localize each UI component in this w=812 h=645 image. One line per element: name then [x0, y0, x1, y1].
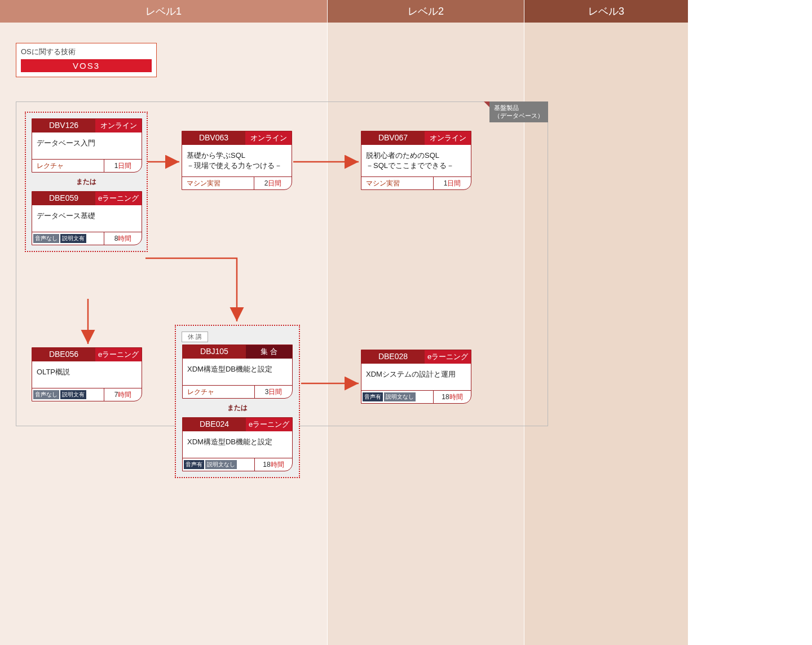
- course-title: XDM構造型DB機能と設定: [183, 431, 292, 458]
- level3-header: レベル3: [524, 0, 688, 23]
- course-title: 基礎から学ぶSQL－現場で使える力をつける－: [182, 145, 292, 177]
- desc-tag: 説明文なし: [384, 392, 416, 401]
- course-card-dbe028[interactable]: DBE028 eラーニング XDMシステムの設計と運用 音声有 説明文なし 18…: [361, 350, 471, 404]
- course-duration: 1日間: [434, 179, 471, 188]
- course-format: レクチャ: [32, 161, 64, 171]
- level1-header: レベル1: [0, 0, 327, 23]
- course-duration: 7時間: [104, 390, 142, 400]
- os-tech-box: OSに関する技術 VOS3: [16, 43, 157, 77]
- course-title: 脱初心者のためのSQL－SQLでここまでできる－: [361, 145, 471, 177]
- desc-tag: 説明文有: [60, 234, 86, 243]
- course-type: 集 合: [246, 345, 292, 359]
- course-code: DBE024: [183, 418, 246, 431]
- course-code: DBE056: [32, 348, 95, 361]
- frame-label-l1: 基盤製品: [494, 104, 519, 111]
- course-type: オンライン: [425, 131, 471, 145]
- course-format: レクチャ: [183, 387, 214, 397]
- diagram-canvas: レベル1 レベル2 レベル3 OSに関する技術 VOS3 基盤製品 （データベー…: [0, 0, 812, 645]
- course-type: オンライン: [245, 131, 292, 145]
- course-format: マシン実習: [361, 179, 400, 188]
- os-tech-tag: VOS3: [21, 59, 152, 72]
- course-duration: 8時間: [104, 234, 142, 244]
- course-duration: 3日間: [255, 387, 292, 397]
- course-duration: 2日間: [254, 179, 292, 188]
- frame-corner-label: 基盤製品 （データベース）: [489, 101, 548, 122]
- course-code: DBE059: [32, 192, 95, 205]
- course-code: DBV063: [182, 131, 245, 145]
- course-card-dbv126[interactable]: DBV126 オンライン データベース入門 レクチャ 1日間: [32, 118, 142, 173]
- audio-tag: 音声なし: [33, 234, 59, 243]
- course-title: XDM構造型DB機能と設定: [183, 359, 292, 386]
- course-type: eラーニング: [95, 192, 142, 205]
- course-group-2: 休 講 DBJ105 集 合 XDM構造型DB機能と設定 レクチャ 3日間 また…: [175, 325, 300, 478]
- status-closed-chip: 休 講: [182, 332, 208, 342]
- desc-tag: 説明文なし: [205, 460, 237, 469]
- level3-column: [524, 23, 688, 645]
- os-tech-title: OSに関する技術: [21, 47, 152, 57]
- course-title: XDMシステムの設計と運用: [361, 364, 471, 391]
- frame-label-l2: （データベース）: [494, 112, 544, 119]
- course-card-dbj105[interactable]: DBJ105 集 合 XDM構造型DB機能と設定 レクチャ 3日間: [182, 344, 293, 399]
- audio-tag: 音声有: [363, 392, 383, 401]
- course-card-dbv063[interactable]: DBV063 オンライン 基礎から学ぶSQL－現場で使える力をつける－ マシン実…: [182, 131, 292, 190]
- desc-tag: 説明文有: [60, 390, 86, 399]
- audio-tag: 音声なし: [33, 390, 59, 399]
- course-card-dbv067[interactable]: DBV067 オンライン 脱初心者のためのSQL－SQLでここまでできる－ マシ…: [361, 131, 471, 190]
- course-group-1: DBV126 オンライン データベース入門 レクチャ 1日間 または DBE05…: [25, 112, 148, 252]
- course-code: DBV067: [361, 131, 425, 145]
- course-type: eラーニング: [425, 350, 471, 364]
- course-title: データベース基礎: [32, 205, 142, 232]
- course-type: eラーニング: [246, 418, 292, 431]
- course-card-dbe024[interactable]: DBE024 eラーニング XDM構造型DB機能と設定 音声有 説明文なし 18…: [182, 417, 293, 471]
- course-duration: 1日間: [104, 161, 142, 171]
- course-title: データベース入門: [32, 132, 142, 160]
- course-code: DBE028: [361, 350, 425, 364]
- course-duration: 18時間: [255, 460, 292, 470]
- or-label: または: [32, 177, 141, 187]
- course-duration: 18時間: [434, 392, 471, 402]
- audio-tag: 音声有: [184, 460, 204, 469]
- course-card-dbe056[interactable]: DBE056 eラーニング OLTP概説 音声なし 説明文有 7時間: [32, 347, 142, 401]
- course-title: OLTP概説: [32, 361, 142, 388]
- or-label: または: [182, 403, 293, 413]
- course-type: オンライン: [95, 119, 142, 132]
- course-format: マシン実習: [182, 179, 220, 188]
- course-code: DBV126: [32, 119, 95, 132]
- level2-header: レベル2: [328, 0, 524, 23]
- course-code: DBJ105: [183, 345, 246, 359]
- course-type: eラーニング: [95, 348, 142, 361]
- course-card-dbe059[interactable]: DBE059 eラーニング データベース基礎 音声なし 説明文有 8時間: [32, 191, 142, 245]
